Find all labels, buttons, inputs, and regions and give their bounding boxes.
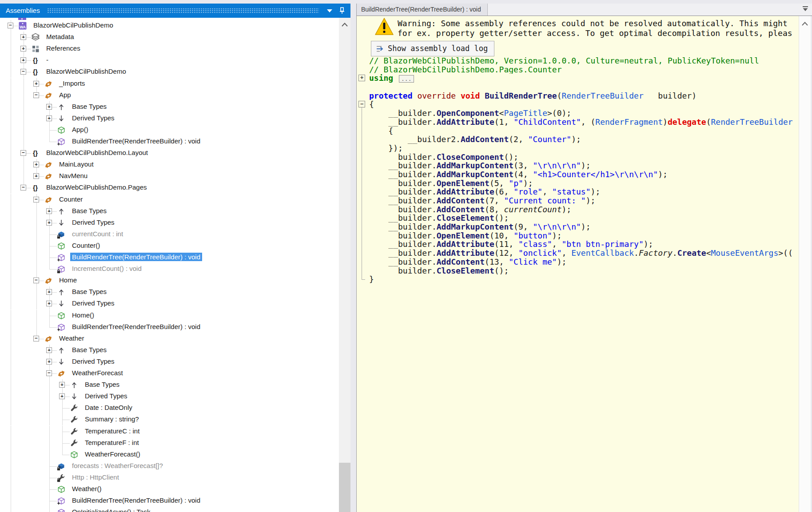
tree-row[interactable]: forecasts : WeatherForecast[]?: [0, 460, 339, 472]
collapse-icon[interactable]: −: [20, 69, 26, 75]
panel-menu-chevron-icon[interactable]: [327, 9, 332, 12]
tree-row[interactable]: −{}BlazorWebCilPublishDemo.Pages: [0, 182, 339, 194]
tree-guide-line: [11, 263, 11, 275]
tree-row[interactable]: App(): [0, 124, 339, 136]
collapse-icon[interactable]: −: [33, 92, 39, 98]
expand-icon[interactable]: +: [46, 104, 52, 110]
tree-row[interactable]: BuildRenderTree(RenderTreeBuilder) : voi…: [0, 252, 339, 263]
tree-row[interactable]: +Derived Types: [0, 298, 339, 310]
tree-row[interactable]: OnInitializedAsync() : Task: [0, 507, 339, 512]
tree-row[interactable]: Http : HttpClient: [0, 472, 339, 484]
expand-icon[interactable]: +: [20, 34, 26, 40]
expand-icon[interactable]: +: [46, 289, 52, 295]
class-icon: [44, 91, 53, 100]
code-line: __builder.AddMarkupContent(9, "\r\n\r\n"…: [369, 222, 799, 231]
panel-splitter[interactable]: [350, 4, 356, 512]
expand-icon[interactable]: +: [46, 359, 52, 365]
tree-row[interactable]: BuildRenderTree(RenderTreeBuilder) : voi…: [0, 136, 339, 147]
collapse-icon[interactable]: −: [20, 185, 26, 191]
assemblies-tree[interactable]: −WABlazorWebCilPublishDemo+Metadata+Refe…: [0, 18, 339, 512]
collapse-icon[interactable]: −: [33, 278, 39, 283]
tree-guide-stub: [62, 443, 70, 444]
tree-row[interactable]: Date : DateOnly: [0, 402, 339, 414]
tree-row[interactable]: +MainLayout: [0, 159, 339, 171]
tree-row[interactable]: Counter(): [0, 240, 339, 252]
ctor-icon: [57, 485, 66, 494]
scroll-up-icon[interactable]: [342, 20, 348, 28]
tree-row[interactable]: −WeatherForecast: [0, 368, 339, 379]
tree-row[interactable]: −{}BlazorWebCilPublishDemo: [0, 66, 339, 78]
expand-icon[interactable]: +: [20, 57, 26, 63]
tree-row[interactable]: −Weather: [0, 333, 339, 345]
expand-icon[interactable]: +: [59, 382, 65, 388]
tree-row[interactable]: +NavMenu: [0, 171, 339, 182]
tree-row[interactable]: +Metadata: [0, 32, 339, 43]
tree-row[interactable]: TemperatureF : int: [0, 437, 339, 449]
tree-row[interactable]: Summary : string?: [0, 414, 339, 425]
tree-row[interactable]: +Derived Types: [0, 217, 339, 229]
tree-row[interactable]: +Base Types: [0, 379, 339, 391]
expand-icon[interactable]: +: [33, 162, 39, 167]
tree-row[interactable]: Home(): [0, 310, 339, 321]
collapse-icon[interactable]: −: [33, 336, 39, 341]
expand-icon[interactable]: +: [46, 347, 52, 353]
tab-buildrendertree[interactable]: BuildRenderTree(RenderTreeBuilder) : voi…: [357, 4, 488, 16]
tree-scrollbar-thumb[interactable]: [339, 463, 350, 512]
tree-row[interactable]: currentCount : int: [0, 229, 339, 240]
fold-expand-icon[interactable]: +: [358, 75, 365, 81]
tree-row[interactable]: +Base Types: [0, 286, 339, 298]
derived-icon: [57, 114, 66, 123]
tree-row[interactable]: +Base Types: [0, 101, 339, 113]
tree-row[interactable]: Weather(): [0, 484, 339, 495]
tree-row[interactable]: +References: [0, 43, 339, 55]
collapse-icon[interactable]: −: [46, 370, 52, 376]
collapse-icon[interactable]: −: [20, 150, 26, 156]
expand-icon[interactable]: +: [46, 208, 52, 214]
code-scrollbar[interactable]: [799, 16, 811, 512]
tree-row[interactable]: +{}-: [0, 55, 339, 66]
load-log-label: Show assembly load log: [388, 42, 488, 56]
tree-row[interactable]: +_Imports: [0, 78, 339, 90]
tab-list-dropdown-icon[interactable]: [802, 6, 809, 14]
tree-guide-line: [49, 426, 50, 437]
pin-icon[interactable]: [338, 6, 346, 17]
tree-row[interactable]: +Derived Types: [0, 113, 339, 124]
tree-item-label: App: [59, 91, 71, 99]
code-view[interactable]: Warning: Some assembly references could …: [357, 16, 812, 512]
tree-scrollbar[interactable]: [339, 18, 350, 512]
tree-row[interactable]: WeatherForecast(): [0, 449, 339, 460]
scroll-up-icon[interactable]: [802, 20, 808, 28]
tree-guide-line: [49, 466, 50, 472]
tree-row[interactable]: +Base Types: [0, 206, 339, 217]
code-line: __builder.OpenElement(5, "p");: [369, 179, 799, 188]
expand-icon[interactable]: +: [46, 115, 52, 121]
tree-row[interactable]: +Derived Types: [0, 356, 339, 368]
expand-icon[interactable]: +: [20, 46, 26, 52]
namespace-icon: {}: [31, 183, 40, 192]
tree-row[interactable]: −App: [0, 90, 339, 101]
collapse-icon[interactable]: −: [33, 197, 39, 202]
show-assembly-load-log-button[interactable]: Show assembly load log: [371, 41, 494, 56]
tree-row[interactable]: +Derived Types: [0, 391, 339, 402]
tree-guide-stub: [49, 246, 57, 246]
expand-icon[interactable]: +: [46, 301, 52, 306]
tree-row[interactable]: −{}BlazorWebCilPublishDemo.Layout: [0, 147, 339, 159]
tree-row[interactable]: +Base Types: [0, 345, 339, 356]
tree-row[interactable]: TemperatureC : int: [0, 426, 339, 437]
expand-icon[interactable]: +: [59, 393, 65, 399]
tree-item-label: BuildRenderTree(RenderTreeBuilder) : voi…: [72, 496, 200, 504]
tree-row[interactable]: IncrementCount() : void: [0, 263, 339, 275]
tree-row[interactable]: −Home: [0, 275, 339, 286]
expand-icon[interactable]: +: [46, 220, 52, 226]
expand-icon[interactable]: +: [33, 81, 39, 87]
tree-row[interactable]: BuildRenderTree(RenderTreeBuilder) : voi…: [0, 495, 339, 507]
collapse-icon[interactable]: −: [8, 23, 13, 28]
tree-row[interactable]: BuildRenderTree(RenderTreeBuilder) : voi…: [0, 321, 339, 333]
tree-row[interactable]: −Counter: [0, 194, 339, 206]
fold-collapse-icon[interactable]: −: [358, 101, 365, 107]
code-line: __builder.OpenElement(10, "button");: [369, 231, 799, 240]
assemblies-panel-header[interactable]: Assemblies: [0, 4, 350, 18]
namespace-icon: {}: [31, 67, 40, 76]
tree-row[interactable]: −WABlazorWebCilPublishDemo: [0, 20, 339, 32]
expand-icon[interactable]: +: [33, 173, 39, 179]
